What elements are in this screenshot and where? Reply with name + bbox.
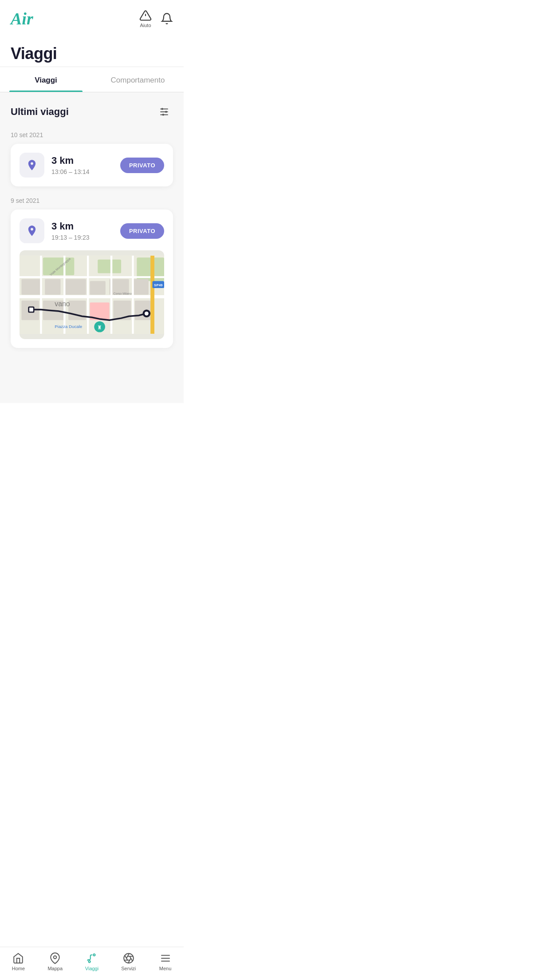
- trip-card-1[interactable]: 3 km 13:06 – 13:14 PRIVATO: [11, 144, 173, 186]
- svg-text:Corso Milano: Corso Milano: [113, 292, 132, 295]
- tab-comportamento[interactable]: Comportamento: [92, 67, 184, 92]
- date-label-2: 9 set 2021: [11, 197, 173, 204]
- section-title: Ultimi viaggi: [11, 106, 69, 118]
- notification-button[interactable]: [161, 12, 173, 25]
- map-svg: Viale Montegrappa Corso Milano SP49 vano…: [20, 250, 164, 339]
- trip-distance-1: 3 km: [51, 155, 90, 166]
- trip-header-1: 3 km 13:06 – 13:14 PRIVATO: [20, 153, 164, 178]
- content-area: Ultimi viaggi 10 set 2021: [0, 92, 184, 403]
- trip-time-2: 19:13 – 19:23: [51, 234, 90, 241]
- help-label: Aiuto: [140, 23, 151, 28]
- svg-text:♜: ♜: [97, 324, 102, 331]
- trip-header-2: 3 km 19:13 – 19:23 PRIVATO: [20, 218, 164, 243]
- svg-point-7: [162, 114, 164, 115]
- svg-rect-13: [21, 279, 41, 295]
- svg-point-42: [145, 312, 149, 316]
- svg-rect-11: [98, 260, 121, 273]
- svg-rect-15: [64, 279, 86, 295]
- svg-rect-18: [133, 279, 149, 295]
- help-button[interactable]: Aiuto: [139, 9, 152, 28]
- bell-icon: [161, 12, 173, 25]
- trip-map-2: Viale Montegrappa Corso Milano SP49 vano…: [20, 250, 164, 339]
- svg-rect-14: [45, 279, 60, 295]
- trip-details-2: 3 km 19:13 – 19:23: [51, 221, 90, 241]
- trip-badge-2[interactable]: PRIVATO: [120, 223, 164, 239]
- tabs-bar: Viaggi Comportamento: [0, 67, 184, 92]
- page-title-section: Viaggi: [0, 36, 184, 67]
- trip-icon-wrap-1: [20, 153, 44, 178]
- header: Air Aiuto: [0, 0, 184, 36]
- header-actions: Aiuto: [139, 9, 173, 28]
- filter-icon: [158, 106, 170, 118]
- tab-viaggi[interactable]: Viaggi: [0, 67, 92, 92]
- section-header: Ultimi viaggi: [11, 92, 173, 128]
- app-logo: Air: [11, 9, 33, 28]
- svg-rect-40: [29, 308, 33, 312]
- date-label-1: 10 set 2021: [11, 131, 173, 138]
- trip-info-2: 3 km 19:13 – 19:23: [20, 218, 90, 243]
- svg-text:vano: vano: [55, 300, 70, 308]
- trip-card-2[interactable]: 3 km 19:13 – 19:23 PRIVATO: [11, 209, 173, 348]
- trip-time-1: 13:06 – 13:14: [51, 168, 90, 175]
- svg-point-6: [165, 111, 167, 113]
- svg-rect-21: [68, 300, 86, 320]
- page-title: Viaggi: [11, 44, 173, 63]
- location-pin-icon: [26, 159, 38, 171]
- triangle-alert-icon: [139, 9, 152, 22]
- trip-info-1: 3 km 13:06 – 13:14: [20, 153, 90, 178]
- svg-text:Piazza Ducale: Piazza Ducale: [55, 324, 82, 329]
- filter-button[interactable]: [155, 103, 173, 121]
- trip-icon-wrap-2: [20, 218, 44, 243]
- svg-text:SP49: SP49: [154, 283, 163, 287]
- trip-details-1: 3 km 13:06 – 13:14: [51, 155, 90, 175]
- location-pin-icon-2: [26, 225, 38, 237]
- svg-point-5: [161, 108, 163, 110]
- trip-badge-1[interactable]: PRIVATO: [120, 158, 164, 173]
- svg-rect-16: [90, 281, 106, 295]
- trip-distance-2: 3 km: [51, 221, 90, 232]
